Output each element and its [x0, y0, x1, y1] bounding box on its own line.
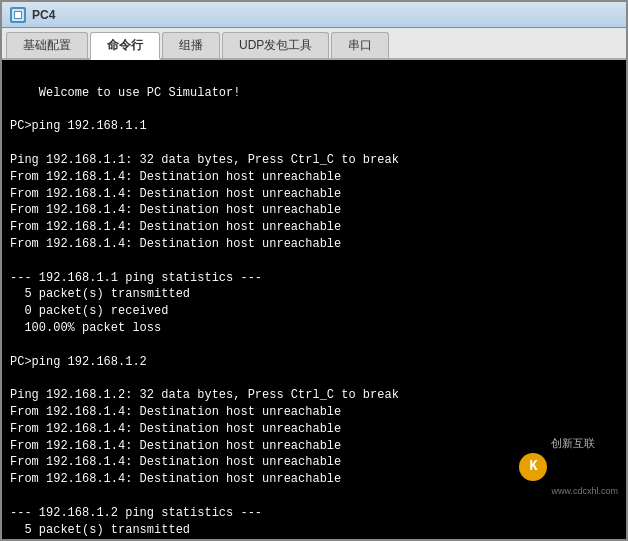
window-title: PC4 [32, 8, 55, 22]
terminal-text: Welcome to use PC Simulator! PC>ping 192… [10, 86, 399, 537]
title-bar: PC4 [2, 2, 626, 28]
tab-multicast[interactable]: 组播 [162, 32, 220, 58]
main-window: PC4 基础配置 命令行 组播 UDP发包工具 串口 Welcome to us… [0, 0, 628, 541]
tab-command-line[interactable]: 命令行 [90, 32, 160, 60]
window-icon [10, 7, 26, 23]
tab-udp-tool[interactable]: UDP发包工具 [222, 32, 329, 58]
watermark-text: 创新互联 www.cdcxhl.com [551, 402, 618, 531]
tab-basic-config[interactable]: 基础配置 [6, 32, 88, 58]
tab-serial[interactable]: 串口 [331, 32, 389, 58]
watermark-icon: K [519, 453, 547, 481]
svg-rect-1 [15, 12, 21, 18]
tab-bar: 基础配置 命令行 组播 UDP发包工具 串口 [2, 28, 626, 60]
terminal-output[interactable]: Welcome to use PC Simulator! PC>ping 192… [2, 60, 626, 539]
watermark: K 创新互联 www.cdcxhl.com [519, 402, 618, 531]
